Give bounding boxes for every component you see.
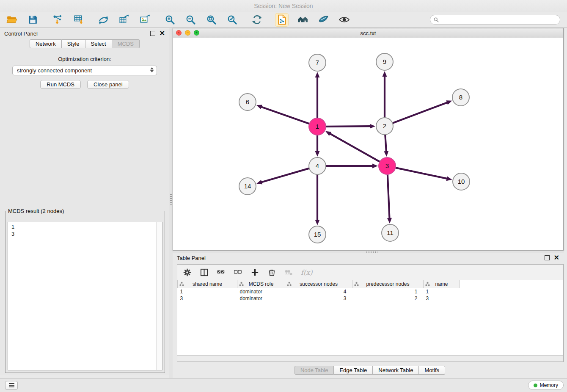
close-panel-button[interactable]: Close panel: [87, 80, 129, 89]
network-window-titlebar[interactable]: × − + scc.txt: [173, 28, 563, 38]
tab-edge-table[interactable]: Edge Table: [334, 366, 373, 375]
workspace: Control Panel ✕ Network Style Select MCD…: [0, 28, 567, 378]
zoom-window-button[interactable]: +: [194, 30, 199, 36]
export-image-button[interactable]: [138, 13, 151, 27]
close-table-panel-icon[interactable]: ✕: [554, 254, 559, 261]
graph-node-1[interactable]: 1: [309, 118, 326, 135]
gear-icon: [183, 268, 192, 277]
home-button[interactable]: [296, 13, 309, 27]
table-cell[interactable]: 3: [285, 295, 352, 302]
vertical-splitter[interactable]: [169, 28, 173, 378]
brush-button[interactable]: [317, 13, 330, 27]
export-table-button[interactable]: [117, 13, 131, 27]
table-cell[interactable]: 1: [424, 288, 460, 295]
graph-edge-3-10[interactable]: [396, 168, 452, 181]
graph-edge-4-14[interactable]: [256, 168, 309, 185]
tab-node-table[interactable]: Node Table: [295, 366, 334, 375]
table-cell[interactable]: dominator: [237, 288, 285, 295]
save-session-button[interactable]: [26, 13, 39, 27]
network-canvas[interactable]: 7968124314101511: [173, 38, 563, 250]
zoom-in-button[interactable]: [163, 13, 176, 27]
graph-edge-3-11[interactable]: [387, 175, 392, 224]
graph-edge-3-1[interactable]: [325, 131, 380, 162]
graph-edge-1-7[interactable]: [315, 72, 320, 118]
graph-edge-1-4[interactable]: [315, 135, 320, 157]
graph-node-15[interactable]: 15: [309, 226, 326, 243]
table-cell[interactable]: dominator: [237, 295, 285, 302]
tab-network-table[interactable]: Network Table: [373, 366, 419, 375]
open-session-button[interactable]: [5, 13, 19, 27]
column-header-mcds-role[interactable]: MCDS role: [237, 280, 285, 288]
graph-edge-4-3[interactable]: [326, 164, 378, 168]
tab-network[interactable]: Network: [30, 39, 62, 48]
show-columns-button[interactable]: [199, 268, 209, 277]
tab-motifs[interactable]: Motifs: [419, 366, 445, 375]
splitter-handle[interactable]: [366, 251, 377, 253]
graph-node-10[interactable]: 10: [453, 173, 470, 190]
graph-edge-2-3[interactable]: [384, 135, 388, 157]
delete-table-button-disabled: [284, 268, 294, 277]
graph-node-11[interactable]: 11: [382, 224, 399, 241]
zoom-selected-button[interactable]: [225, 13, 239, 27]
graph-node-8[interactable]: 8: [452, 89, 469, 106]
table-cell[interactable]: 3: [424, 295, 460, 302]
deselect-all-button[interactable]: [233, 268, 243, 277]
graph-node-6[interactable]: 6: [239, 94, 256, 110]
table-cell[interactable]: 1: [352, 288, 424, 295]
table-cell[interactable]: 3: [178, 295, 237, 302]
table-settings-button[interactable]: [182, 268, 192, 277]
graph-node-9[interactable]: 9: [376, 53, 393, 70]
optimization-select[interactable]: strongly connected component: [12, 66, 157, 75]
graph-node-4[interactable]: 4: [309, 157, 326, 174]
splitter-handle[interactable]: [170, 194, 172, 205]
memory-button[interactable]: Memory: [528, 381, 564, 390]
network-document-button[interactable]: [275, 13, 289, 27]
result-scrollbar[interactable]: [156, 222, 162, 370]
table-cell[interactable]: 1: [178, 288, 237, 295]
graph-node-7[interactable]: 7: [309, 54, 326, 71]
open-folder-icon: [6, 14, 18, 25]
trash-icon: [267, 268, 276, 277]
tab-mcds[interactable]: MCDS: [112, 39, 140, 48]
graph-node-3[interactable]: 3: [379, 157, 396, 174]
table-horizontal-scrollbar[interactable]: [177, 355, 563, 362]
column-header-successor-nodes[interactable]: successor nodes: [285, 280, 352, 288]
graph-edge-1-6[interactable]: [256, 105, 309, 124]
graph-edge-1-2[interactable]: [326, 124, 375, 129]
tab-style[interactable]: Style: [62, 39, 85, 48]
float-table-panel-icon[interactable]: [545, 255, 550, 260]
tab-select[interactable]: Select: [85, 39, 112, 48]
minimize-window-button[interactable]: −: [185, 30, 190, 36]
column-header-name[interactable]: name: [424, 280, 460, 288]
graph-node-14[interactable]: 14: [239, 178, 256, 195]
table-cell[interactable]: 2: [352, 295, 424, 302]
float-panel-icon[interactable]: [150, 31, 155, 36]
graph-edge-2-8[interactable]: [393, 100, 452, 123]
search-box[interactable]: [430, 15, 560, 25]
mcds-result-list[interactable]: 1 3: [8, 222, 162, 370]
graph-edge-2-9[interactable]: [383, 71, 387, 117]
zoom-out-button[interactable]: [184, 13, 197, 27]
column-header-predecessor-nodes[interactable]: predecessor nodes: [352, 280, 424, 288]
table-row[interactable]: 1dominator411: [178, 288, 460, 295]
search-input[interactable]: [441, 17, 556, 23]
column-header-shared-name[interactable]: shared name: [178, 280, 237, 288]
zoom-fit-button[interactable]: [204, 13, 218, 27]
close-window-button[interactable]: ×: [176, 30, 182, 36]
add-column-button[interactable]: [250, 268, 260, 277]
show-details-button[interactable]: [337, 13, 351, 27]
delete-column-button[interactable]: [267, 268, 277, 277]
graph-edge-4-15[interactable]: [315, 175, 320, 225]
panel-list-button[interactable]: [5, 381, 18, 390]
close-panel-icon[interactable]: ✕: [160, 30, 165, 37]
run-mcds-button[interactable]: Run MCDS: [40, 80, 81, 89]
select-all-button[interactable]: [216, 268, 226, 277]
export-network-button[interactable]: [96, 13, 110, 27]
refresh-view-button[interactable]: [250, 13, 264, 27]
import-table-button[interactable]: [72, 13, 85, 27]
network-graph[interactable]: 7968124314101511: [173, 38, 563, 250]
import-network-button[interactable]: [51, 13, 64, 27]
graph-node-2[interactable]: 2: [376, 118, 393, 135]
table-row[interactable]: 3dominator323: [178, 295, 460, 302]
table-cell[interactable]: 4: [285, 288, 352, 295]
